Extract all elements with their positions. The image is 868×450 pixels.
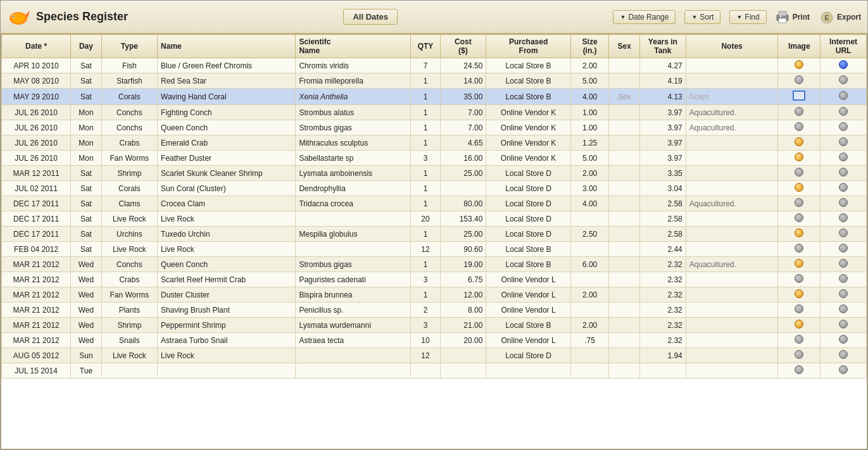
cell-purchased-from[interactable]: Local Store D: [486, 166, 570, 181]
cell-size[interactable]: 1.00: [570, 120, 609, 135]
cell-purchased-from[interactable]: Online Vendor K: [486, 135, 570, 151]
cell-type[interactable]: Corals: [101, 89, 157, 105]
cell-years-in-tank[interactable]: 2.58: [639, 227, 686, 242]
cell-years-in-tank[interactable]: 2.32: [639, 303, 686, 318]
cell-scientific-name[interactable]: Astraea tecta: [296, 333, 411, 348]
cell-size[interactable]: 3.00: [570, 181, 609, 196]
cell-image[interactable]: [778, 211, 821, 227]
cell-type[interactable]: Crabs: [101, 272, 157, 287]
cell-years-in-tank[interactable]: 3.97: [639, 151, 686, 166]
cell-date[interactable]: MAR 21 2012: [2, 257, 71, 272]
cell-name[interactable]: Live Rock: [158, 242, 296, 257]
cell-notes[interactable]: [686, 135, 778, 151]
cell-date[interactable]: JUL 26 2010: [2, 105, 71, 120]
cell-date[interactable]: MAR 21 2012: [2, 333, 71, 348]
cell-qty[interactable]: 1: [411, 287, 440, 303]
sort-button[interactable]: ▼ Sort: [684, 10, 720, 24]
cell-cost[interactable]: [440, 348, 486, 363]
cell-url[interactable]: [821, 181, 867, 196]
cell-notes[interactable]: [686, 73, 778, 89]
date-range-button[interactable]: ▼ Date Range: [613, 10, 676, 24]
cell-scientific-name[interactable]: Fromia milleporella: [296, 73, 411, 89]
cell-day[interactable]: Mon: [71, 151, 102, 166]
cell-url[interactable]: [821, 318, 867, 333]
cell-scientific-name[interactable]: Dendrophyllia: [296, 181, 411, 196]
cell-type[interactable]: Conchs: [101, 257, 157, 272]
cell-date[interactable]: DEC 17 2011: [2, 211, 71, 227]
cell-day[interactable]: Sat: [71, 89, 102, 105]
cell-notes[interactable]: [686, 363, 778, 378]
table-container[interactable]: Date * Day Type Name ScientifcName QTY C…: [1, 34, 867, 449]
cell-notes[interactable]: Aquacultured.: [686, 257, 778, 272]
cell-scientific-name[interactable]: Chromis viridis: [296, 58, 411, 73]
cell-cost[interactable]: [440, 363, 486, 378]
cell-qty[interactable]: 20: [411, 211, 440, 227]
cell-sex[interactable]: [609, 257, 640, 272]
cell-name[interactable]: Feather Duster: [158, 151, 296, 166]
cell-sex[interactable]: Sex: [609, 89, 640, 105]
cell-size[interactable]: [570, 242, 609, 257]
cell-qty[interactable]: 10: [411, 333, 440, 348]
cell-years-in-tank[interactable]: [639, 363, 686, 378]
cell-url[interactable]: [821, 58, 867, 73]
cell-scientific-name[interactable]: Xenia Anthelia: [296, 89, 411, 105]
cell-day[interactable]: Sat: [71, 196, 102, 211]
cell-purchased-from[interactable]: Online Vendor K: [486, 105, 570, 120]
cell-purchased-from[interactable]: Local Store B: [486, 58, 570, 73]
cell-name[interactable]: Peppermint Shrimp: [158, 318, 296, 333]
cell-purchased-from[interactable]: Online Vendor L: [486, 272, 570, 287]
cell-qty[interactable]: 1: [411, 73, 440, 89]
cell-date[interactable]: APR 10 2010: [2, 58, 71, 73]
cell-url[interactable]: [821, 196, 867, 211]
cell-qty[interactable]: 1: [411, 257, 440, 272]
cell-years-in-tank[interactable]: 3.97: [639, 120, 686, 135]
cell-type[interactable]: Live Rock: [101, 211, 157, 227]
cell-type[interactable]: Fan Worms: [101, 151, 157, 166]
cell-sex[interactable]: [609, 73, 640, 89]
cell-name[interactable]: Crocea Clam: [158, 196, 296, 211]
cell-cost[interactable]: 7.00: [440, 120, 486, 135]
all-dates-button[interactable]: All Dates: [343, 9, 398, 25]
cell-notes[interactable]: [686, 303, 778, 318]
cell-type[interactable]: Crabs: [101, 135, 157, 151]
export-button[interactable]: E Export: [820, 11, 861, 23]
cell-url[interactable]: [821, 166, 867, 181]
cell-sex[interactable]: [609, 211, 640, 227]
cell-scientific-name[interactable]: Tridacna crocea: [296, 196, 411, 211]
cell-purchased-from[interactable]: Local Store B: [486, 242, 570, 257]
cell-sex[interactable]: [609, 120, 640, 135]
cell-size[interactable]: 1.25: [570, 135, 609, 151]
cell-cost[interactable]: 35.00: [440, 89, 486, 105]
cell-image[interactable]: [778, 73, 821, 89]
cell-url[interactable]: [821, 348, 867, 363]
cell-size[interactable]: 6.00: [570, 257, 609, 272]
cell-scientific-name[interactable]: Mespilia globulus: [296, 227, 411, 242]
cell-scientific-name[interactable]: [296, 348, 411, 363]
cell-image[interactable]: [778, 242, 821, 257]
cell-image[interactable]: [778, 151, 821, 166]
cell-name[interactable]: Waving Hand Coral: [158, 89, 296, 105]
cell-day[interactable]: Sat: [71, 166, 102, 181]
cell-size[interactable]: 5.00: [570, 151, 609, 166]
cell-size[interactable]: [570, 272, 609, 287]
cell-type[interactable]: Fish: [101, 58, 157, 73]
cell-sex[interactable]: [609, 105, 640, 120]
cell-image[interactable]: [778, 166, 821, 181]
cell-purchased-from[interactable]: Local Store D: [486, 227, 570, 242]
cell-url[interactable]: [821, 363, 867, 378]
cell-qty[interactable]: 1: [411, 196, 440, 211]
cell-qty[interactable]: 1: [411, 105, 440, 120]
cell-type[interactable]: Live Rock: [101, 348, 157, 363]
cell-purchased-from[interactable]: Online Vendor K: [486, 151, 570, 166]
cell-url[interactable]: [821, 151, 867, 166]
cell-date[interactable]: DEC 17 2011: [2, 227, 71, 242]
cell-years-in-tank[interactable]: 2.32: [639, 287, 686, 303]
cell-purchased-from[interactable]: Local Store B: [486, 73, 570, 89]
cell-sex[interactable]: [609, 166, 640, 181]
cell-scientific-name[interactable]: Strombus gigas: [296, 120, 411, 135]
cell-sex[interactable]: [609, 196, 640, 211]
cell-notes[interactable]: [686, 211, 778, 227]
cell-date[interactable]: JUL 02 2011: [2, 181, 71, 196]
cell-day[interactable]: Wed: [71, 257, 102, 272]
cell-scientific-name[interactable]: Penicillus sp.: [296, 303, 411, 318]
